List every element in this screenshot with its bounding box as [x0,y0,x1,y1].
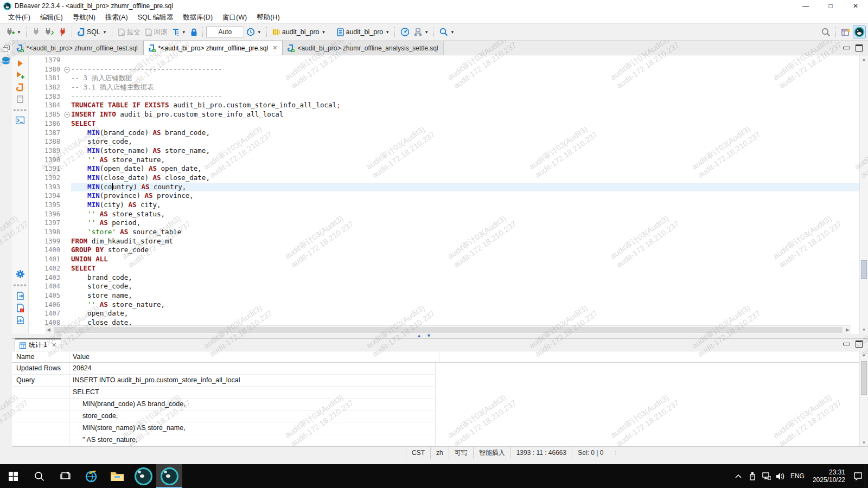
scroll-up-icon[interactable]: ▲ [860,352,868,357]
file-validation-button[interactable]: ! [16,304,24,312]
table-row-6[interactable]: MIN(store_name) AS store_name, [12,422,436,434]
language-indicator[interactable]: ENG [788,472,807,480]
code-line-1388[interactable]: 1388 store_code, [29,137,859,146]
code-line-1402[interactable]: 1402SELECT [29,264,859,273]
editor-settings-button[interactable] [16,269,25,279]
open-perspective-button[interactable] [840,26,852,38]
export-result-button[interactable] [16,292,24,300]
fold-marker[interactable]: − [63,110,71,119]
lock-button[interactable] [189,27,199,38]
internet-explorer-button[interactable] [78,464,104,488]
show-desktop-strip[interactable] [865,464,868,488]
menu-item-4[interactable]: 搜索(A) [100,12,133,23]
code-line-1389[interactable]: 1389 MIN(store_name) AS store_name, [29,146,859,156]
start-button[interactable] [0,464,26,488]
code-line-1404[interactable]: 1404 store_code, [29,282,859,291]
code-line-1384[interactable]: 1384TRUNCATE TABLE IF EXISTS audit_bi_pr… [29,101,859,110]
code-line-1406[interactable]: 1406 '' AS store_nature, [29,300,859,310]
code-line-1396[interactable]: 1396 '' AS store_status, [29,210,859,219]
panel-scroll-thumb[interactable] [861,361,867,395]
menu-item-6[interactable]: 数据库(D) [178,12,218,23]
menu-item-5[interactable]: SQL 编辑器 [133,12,178,23]
query-history-button[interactable]: ▼ [245,26,263,38]
tray-expand-chevron[interactable] [731,474,745,478]
toolbar-search-button[interactable]: ▼ [438,26,456,38]
minimize-editor-icon[interactable] [843,47,850,49]
sql-editor-button[interactable]: SQL ▼ [76,26,108,38]
table-row-2[interactable]: QueryINSERT INTO audit_bi_pro.custom_sto… [12,375,436,387]
window-close-button[interactable]: ✕ [843,0,868,12]
dbeaver-perspective-button[interactable] [853,25,866,38]
scroll-down-icon[interactable]: ▼ [860,328,868,332]
code-lines[interactable]: 13791380−-------------------------------… [29,55,859,334]
editor-tab-1[interactable]: *<audit_bi_pro> zhumr_offline_test.sql [12,41,143,55]
editor-panel-splitter[interactable]: ▲▼ [12,334,868,338]
action-center-icon[interactable] [851,472,865,480]
dashboard-button[interactable] [399,26,411,38]
tasks-button[interactable]: ▼ [412,27,430,38]
table-row-7[interactable]: '' AS store_nature, [12,434,436,446]
task-view-button[interactable] [52,464,78,488]
taskbar-search-button[interactable] [26,464,52,488]
code-line-1392[interactable]: 1392 MIN(close_date) AS close_date, [29,174,859,183]
execute-statement-button[interactable] [16,60,24,67]
connection-selector[interactable]: audit_bi_pro ▼ [271,27,328,38]
disconnect-button[interactable] [56,26,68,38]
menu-item-3[interactable]: 导航(N) [68,12,100,23]
sql-console-button[interactable] [16,117,24,124]
code-line-1394[interactable]: 1394 MIN(province) AS province, [29,191,859,201]
volume-icon[interactable] [774,472,788,480]
dbeaver-taskbar-button-active[interactable] [156,464,182,488]
connect-button[interactable] [30,26,42,38]
horizontal-scroll-thumb[interactable] [54,327,843,333]
minimize-panel-icon[interactable] [843,343,850,345]
scroll-right-icon[interactable]: ▶ [846,327,850,332]
editor-tab-2[interactable]: *<audit_bi_pro> zhumr_offline_pre.sql✕ [143,41,283,55]
restore-panel-icon[interactable] [3,46,10,52]
execute-statement-new-tab-button[interactable] [16,71,24,79]
table-row-1[interactable]: Updated Rows20624 [12,363,436,375]
editor-horizontal-scrollbar[interactable]: ◀ ▶ [45,325,851,334]
network-icon[interactable] [760,472,774,480]
fold-marker[interactable]: − [63,65,71,74]
code-line-1395[interactable]: 1395 MIN(city) AS city, [29,201,859,210]
menu-item-7[interactable]: 窗口(W) [218,12,252,23]
code-line-1382[interactable]: 1382-- 3.1 插入店铺主数据表 [29,83,859,92]
editor-vertical-scrollbar[interactable]: ▲ ▼ [859,55,868,334]
statistics-tab[interactable]: 统计 1 ✕ [15,338,61,351]
code-line-1398[interactable]: 1398 'store' AS source_table [29,228,859,237]
code-line-1405[interactable]: 1405 store_name, [29,291,859,300]
explain-plan-button[interactable] [16,95,24,104]
sash-down-icon[interactable]: ▼ [426,333,431,338]
column-header-name[interactable]: Name [12,351,69,362]
maximize-editor-icon[interactable] [856,44,863,52]
commit-mode-combo[interactable]: Auto [206,27,244,37]
window-minimize-button[interactable]: — [793,0,818,12]
code-line-1403[interactable]: 1403 brand_code, [29,273,859,282]
column-header-value[interactable]: Value [69,351,439,362]
scroll-up-icon[interactable]: ▲ [860,57,868,62]
sash-controls[interactable]: ▲▼ [417,333,431,338]
code-line-1379[interactable]: 1379 [29,56,859,65]
close-icon[interactable]: ✕ [52,342,56,349]
transaction-mode-button[interactable]: ▼ [170,26,188,38]
code-line-1397[interactable]: 1397 '' AS period, [29,219,859,228]
code-line-1407[interactable]: 1407 open_date, [29,309,859,318]
code-line-1383[interactable]: 1383------------------------------------… [29,92,859,101]
scroll-down-icon[interactable]: ▼ [860,440,868,445]
menu-item-2[interactable]: 编辑(E) [35,12,68,23]
editor-tab-3[interactable]: <audit_bi_pro> zhumr_offline_analysis_se… [283,41,443,55]
rollback-button[interactable]: 回滚 [143,26,169,38]
maximize-panel-icon[interactable] [856,341,863,348]
code-line-1393[interactable]: 1393 MIN(country) AS country, [29,183,859,192]
reconnect-button[interactable] [43,26,55,38]
panel-vertical-scrollbar[interactable]: ▲ ▼ [859,351,868,446]
table-row-3[interactable]: SELECT [12,387,436,399]
commit-button[interactable]: 提交 [116,26,142,38]
code-line-1401[interactable]: 1401UNION ALL [29,255,859,264]
file-statistics-button[interactable] [16,316,24,324]
database-navigator-icon[interactable] [2,57,10,65]
code-line-1381[interactable]: 1381-- 3 插入店铺数据 [29,74,859,83]
close-icon[interactable]: ✕ [272,44,277,52]
table-row-5[interactable]: store_code, [12,410,436,422]
